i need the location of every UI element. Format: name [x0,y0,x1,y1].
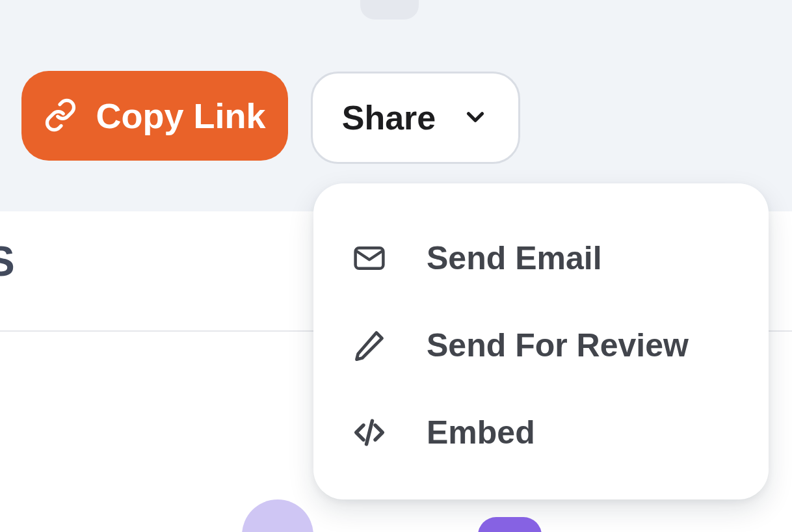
share-menu-item-label: Embed [427,414,535,451]
pencil-icon [351,328,388,362]
code-icon [351,415,388,450]
copy-link-button[interactable]: Copy Link [21,71,288,161]
share-label: Share [342,98,436,137]
chevron-down-icon [462,103,489,133]
share-menu-send-for-review[interactable]: Send For Review [313,302,769,389]
share-menu-embed[interactable]: Embed [313,389,769,476]
share-dropdown: Send Email Send For Review Embed [313,183,769,499]
decorative-pill [360,0,419,20]
mail-icon [351,241,388,276]
share-button[interactable]: Share [311,72,520,164]
cropped-heading: S [0,237,16,286]
share-menu-send-email[interactable]: Send Email [313,215,769,302]
copy-link-label: Copy Link [96,96,265,136]
link-icon [44,98,77,134]
share-menu-item-label: Send Email [427,239,602,277]
avatar-placeholder-2 [478,517,542,532]
svg-line-1 [367,421,373,444]
share-menu-item-label: Send For Review [427,326,689,364]
